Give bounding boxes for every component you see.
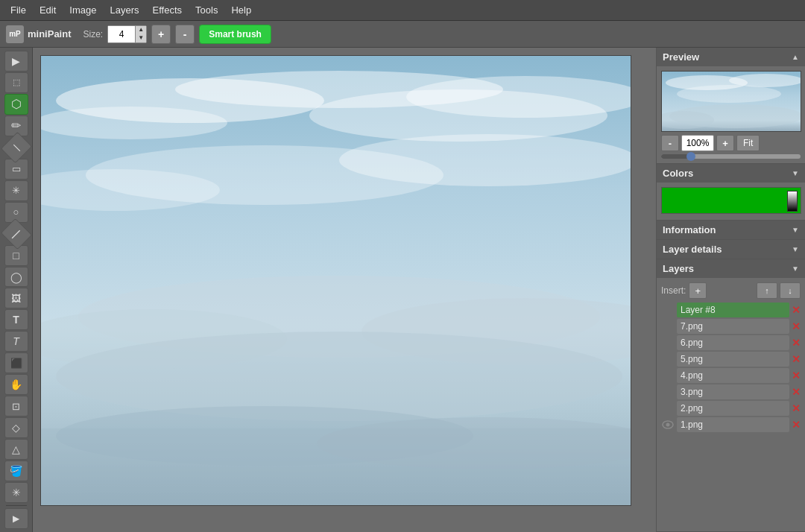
preview-collapse-icon: ▲ [792,53,799,61]
zoom-slider[interactable] [661,154,801,159]
layers-move-down-button[interactable]: ↓ [780,282,801,299]
layer-visibility-toggle[interactable] [661,336,675,349]
canvas[interactable] [40,55,631,506]
svg-point-23 [666,423,670,427]
text-italic-tool[interactable]: T [4,331,28,352]
rect-select-tool[interactable]: ⬚ [4,72,28,93]
layer-details-section: Layer details ▼ [657,240,805,259]
ellipse-tool[interactable]: ◯ [4,267,28,288]
sky-svg [41,56,631,506]
layers-insert-label: Insert: [661,285,686,296]
layer-name[interactable]: 1.png [677,417,789,432]
preview-svg [662,72,801,132]
information-title: Information [663,224,716,235]
layer-delete-button[interactable]: ✕ [792,338,801,348]
svg-point-7 [339,134,631,186]
size-down-arrow[interactable]: ▼ [136,34,146,42]
size-up-arrow[interactable]: ▲ [136,26,146,34]
layer-name[interactable]: 4.png [677,368,789,383]
size-minus-button[interactable]: - [175,25,195,44]
layer-delete-button[interactable]: ✕ [792,354,801,364]
crop-tool[interactable]: ⊡ [4,396,28,417]
zoom-plus-button[interactable]: + [716,135,734,151]
layers-insert-bar: Insert: + ↑ ↓ [661,282,801,299]
svg-point-4 [41,107,227,139]
layers-move-buttons: ↑ ↓ [757,282,801,299]
menu-help[interactable]: Help [225,2,257,18]
layers-move-up-button[interactable]: ↑ [757,282,777,299]
zoom-slider-thumb[interactable] [686,152,695,161]
layer-name[interactable]: 6.png [677,335,789,350]
layer-row: 7.png✕ [661,319,801,334]
layer-visibility-toggle[interactable] [661,303,675,317]
colors-header[interactable]: Colors ▼ [657,164,805,183]
text-tool[interactable]: T [4,309,28,330]
smart-brush-button[interactable]: Smart brush [199,25,271,44]
size-input[interactable] [108,26,135,42]
svg-point-5 [309,89,607,142]
canvas-area[interactable] [33,48,656,532]
hand-tool[interactable]: ✋ [4,374,28,395]
color-swatch[interactable] [661,187,801,214]
menubar: File Edit Image Layers Effects Tools Hel… [0,0,805,21]
layers-header[interactable]: Layers ▼ [657,259,805,278]
layer-delete-button[interactable]: ✕ [792,403,801,414]
play-button[interactable]: ▶ [4,508,28,529]
fill-tool[interactable]: ⬡ [4,94,28,115]
layer-visibility-toggle[interactable] [661,320,675,333]
menu-image[interactable]: Image [63,2,102,18]
stamp-tool[interactable]: ⬛ [4,352,28,373]
information-collapse-icon: ▼ [792,226,799,234]
right-panel: Preview ▲ [656,48,805,532]
preview-content: - 100% + Fit [657,66,805,163]
information-header[interactable]: Information ▼ [657,221,805,239]
menu-edit[interactable]: Edit [34,2,62,18]
diamond-tool[interactable]: ◇ [4,417,28,438]
layer-delete-button[interactable]: ✕ [792,370,801,381]
layer-list: Layer #8✕ 7.png✕ 6.png✕ 5.png✕ 4.png✕ 3.… [661,303,801,432]
layer-delete-button[interactable]: ✕ [792,321,801,332]
svg-point-19 [677,85,781,103]
colors-content [657,183,805,220]
zoom-controls: - 100% + Fit [661,135,801,151]
menu-tools[interactable]: Tools [189,2,224,18]
layer-name[interactable]: 2.png [677,401,789,416]
image-tool[interactable]: 🖼 [4,288,28,308]
bucket2-tool[interactable]: 🪣 [4,460,28,481]
layer-row: Layer #8✕ [661,303,801,317]
layer-details-header[interactable]: Layer details ▼ [657,240,805,259]
zoom-slider-wrap [661,154,801,159]
layer-delete-button[interactable]: ✕ [792,387,801,397]
color-gradient-bar [787,191,798,212]
left-toolbox: ▶ ⬚ ⬡ ✏ | ▭ ✳ ○ | □ ◯ 🖼 T T ⬛ ✋ ⊡ ◇ △ 🪣 … [0,48,33,532]
layers-section: Layers ▼ Insert: + ↑ ↓ Layer #8✕ 7.png✕ … [657,259,805,532]
layer-visibility-toggle[interactable] [661,418,675,431]
preview-section: Preview ▲ [657,48,805,164]
select-tool[interactable]: ▶ [4,51,28,72]
layer-delete-button[interactable]: ✕ [792,305,801,315]
size-input-wrap: ▲ ▼ [107,25,147,43]
size-plus-button[interactable]: + [151,25,171,44]
layer-name[interactable]: 7.png [677,319,789,334]
zoom-slider-track [661,154,689,159]
menu-file[interactable]: File [4,2,32,18]
layer-visibility-toggle[interactable] [661,402,675,415]
zoom-minus-button[interactable]: - [661,135,679,151]
layer-visibility-toggle[interactable] [661,369,675,382]
colors-section: Colors ▼ [657,164,805,221]
menu-effects[interactable]: Effects [147,2,189,18]
menu-layers[interactable]: Layers [104,2,145,18]
layers-insert-button[interactable]: + [689,282,707,299]
pin-tool[interactable]: ✳ [4,482,28,503]
layer-visibility-toggle[interactable] [661,352,675,366]
layer-details-collapse-icon: ▼ [792,245,799,253]
fit-button[interactable]: Fit [736,135,760,151]
layer-delete-button[interactable]: ✕ [792,419,801,430]
preview-header[interactable]: Preview ▲ [657,48,805,66]
layer-name[interactable]: Layer #8 [677,303,789,317]
magic-wand-tool[interactable]: ✳ [4,180,28,201]
layer-name[interactable]: 5.png [677,352,789,367]
layer-name[interactable]: 3.png [677,384,789,399]
triangle-tool[interactable]: △ [4,439,28,460]
layer-visibility-toggle[interactable] [661,385,675,399]
